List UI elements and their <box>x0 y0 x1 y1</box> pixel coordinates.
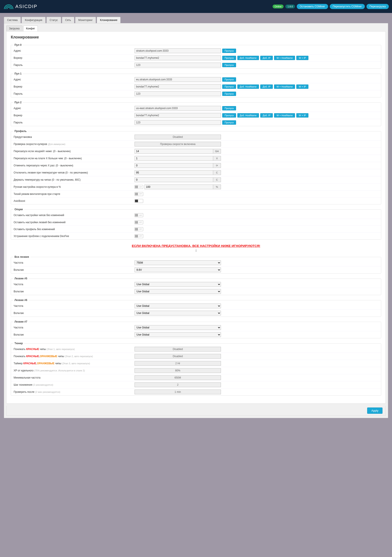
all-blades-legend: Все лезвия <box>13 255 30 258</box>
keep-chips-label: Оставить настройки чипов без изменений <box>14 214 135 217</box>
keep-blades-toggle[interactable]: OFF <box>135 220 143 224</box>
pool-1-row-1-input[interactable] <box>135 84 221 89</box>
pool-0-row-0-label: Адрес <box>14 49 135 52</box>
chip-temp-input[interactable] <box>135 177 213 182</box>
pool-1-row-2-btn-0[interactable]: Пропуск <box>222 92 236 96</box>
pool-2-row-1-btn-2[interactable]: Доб. IP <box>260 113 273 117</box>
pool-0-row-2-input[interactable] <box>135 63 221 67</box>
refresh-icon[interactable]: ⟳ <box>213 163 221 168</box>
pool-2-row-1-input[interactable] <box>135 113 221 118</box>
pool-1-row-0-input[interactable] <box>135 77 221 82</box>
blade-1-volt-select[interactable]: Use Global <box>135 311 221 315</box>
fancheck-value[interactable]: Проверка скорости включена <box>135 142 221 147</box>
pool-1-row-1-btn-4[interactable]: W + IP <box>296 84 308 89</box>
blade-2-freq-select[interactable]: Use Global <box>135 325 221 330</box>
options-legend: Опции <box>13 208 24 211</box>
warning-text: ЕСЛИ ВКЛЮЧЕНА ПРЕДУСТАНОВКА, ВСЕ НАСТРОЙ… <box>11 244 381 248</box>
pool-2-row-1-btn-3[interactable]: W + HostName <box>274 113 295 117</box>
all-blades-fieldset: Все лезвия Частота750M Вольтаж8.6V <box>11 255 381 274</box>
primary-tabs: СистемаКонфигурацияСтатусСетьМониторингК… <box>4 17 388 23</box>
primary-tab-4[interactable]: Мониторинг <box>75 17 96 23</box>
blade-0-freq-select[interactable]: Use Global <box>135 282 221 287</box>
primary-tab-0[interactable]: Система <box>4 17 21 23</box>
restart-x-label: Перезапуск если на плате X больше чем: (… <box>14 157 135 160</box>
cancel-restart-input[interactable] <box>135 163 213 168</box>
restart-x-input[interactable] <box>135 156 213 161</box>
tuner-fieldset: Тюнер Понижать КРАСНЫЕ чипы (Этап 1, авт… <box>11 342 381 396</box>
pool-2-legend: Пул 2 <box>13 101 23 104</box>
pool-1-row-2-input[interactable] <box>135 91 221 96</box>
tuner-step2-value[interactable]: Disabled <box>135 354 221 359</box>
primary-tab-1[interactable]: Конфигурация <box>22 17 46 23</box>
pool-0-row-0-input[interactable] <box>135 48 221 53</box>
pool-2-row-0-label: Адрес <box>14 107 135 110</box>
blade-off-input[interactable] <box>135 170 213 175</box>
blade-2-legend: Лезвие #7 <box>13 320 29 323</box>
secondary-tab-1[interactable]: Конфиг <box>23 25 38 31</box>
pool-0-row-1-btn-2[interactable]: Доб. IP <box>260 56 273 60</box>
primary-tab-3[interactable]: Сеть <box>62 17 74 23</box>
keep-profile-toggle[interactable]: OFF <box>135 227 143 231</box>
blade-1-fieldset: Лезвие #6ЧастотаUse GlobalВольтажUse Glo… <box>11 299 381 317</box>
fan-manual-toggle[interactable]: OFF <box>135 185 143 189</box>
tuner-step-value[interactable]: 2 <box>135 382 221 387</box>
chip-temp-label: Держать температуру на чипах (0 - по умо… <box>14 178 135 181</box>
tuner-timer-value[interactable]: 2 Hr <box>135 361 221 366</box>
blade-0-volt-label: Вольтаж <box>14 290 135 293</box>
tuner-check-value[interactable]: 1 min <box>135 390 221 394</box>
blade-2-freq-label: Частота <box>14 326 135 329</box>
tuner-step1-value[interactable]: Disabled <box>135 347 221 352</box>
pool-0-row-0-btn-0[interactable]: Пропуск <box>222 49 236 53</box>
all-freq-select[interactable]: 750M <box>135 260 221 265</box>
pool-2-row-2-input[interactable] <box>135 120 221 125</box>
pool-1-row-1-btn-0[interactable]: Пропуск <box>222 84 236 89</box>
pool-2-row-2-btn-0[interactable]: Пропуск <box>222 120 236 125</box>
tuner-hr-value[interactable]: 80% <box>135 368 221 373</box>
reboot-button[interactable]: Перезагрузка <box>367 4 389 9</box>
restart-cgminer-button[interactable]: Перезапустить CGMiner <box>330 4 365 9</box>
restart-hash-input[interactable] <box>135 149 213 154</box>
primary-tab-2[interactable]: Статус <box>46 17 61 23</box>
fan-manual-input[interactable] <box>145 185 213 189</box>
quiet-fan-toggle[interactable]: OFF <box>135 192 143 196</box>
primary-tab-5[interactable]: Клонирование <box>97 17 121 23</box>
fan-manual-label: Ручная настройка скорости кулера в % <box>14 185 135 188</box>
pool-1-row-0-label: Адрес <box>14 78 135 81</box>
tuner-minfreq-value[interactable]: 650M <box>135 375 221 380</box>
pool-2-row-1-btn-1[interactable]: Доб. HostName <box>237 113 259 117</box>
pool-2-row-1-btn-0[interactable]: Пропуск <box>222 113 236 117</box>
blade-0-fieldset: Лезвие #5ЧастотаUse GlobalВольтажUse Glo… <box>11 277 381 295</box>
pool-2-row-0-btn-0[interactable]: Пропуск <box>222 106 236 110</box>
blade-1-freq-select[interactable]: Use Global <box>135 303 221 308</box>
logo-icon <box>3 3 14 9</box>
blade-0-freq-label: Частота <box>14 283 135 286</box>
keep-chips-toggle[interactable]: OFF <box>135 213 143 217</box>
all-volt-select[interactable]: 8.6V <box>135 268 221 272</box>
logo: ASICDIP <box>3 3 37 9</box>
topbar-right: Online 1.8.0 Остановить CGMiner Перезапу… <box>273 4 389 9</box>
apply-button[interactable]: Apply <box>367 408 383 414</box>
pool-1-row-1-btn-2[interactable]: Доб. IP <box>260 84 273 89</box>
pool-0-row-1-btn-0[interactable]: Пропуск <box>222 56 236 60</box>
devfee-toggle[interactable]: OFF <box>135 234 143 238</box>
stop-cgminer-button[interactable]: Остановить CGMiner <box>297 4 328 9</box>
fan-manual-unit: % <box>213 185 221 189</box>
secondary-tab-0[interactable]: Загрузка <box>6 25 23 31</box>
pool-1-row-0-btn-0[interactable]: Пропуск <box>222 77 236 82</box>
pool-0-row-1-btn-3[interactable]: W + HostName <box>274 56 295 60</box>
pool-0-row-1-btn-4[interactable]: W + IP <box>296 56 308 60</box>
pool-2-row-0-input[interactable] <box>135 106 221 111</box>
pool-0-row-1-btn-1[interactable]: Доб. HostName <box>237 56 259 60</box>
pool-0-row-1-input[interactable] <box>135 56 221 60</box>
panel: ЗагрузкаКонфиг Клонирование Пул 0АдресПр… <box>4 23 388 418</box>
blade-2-volt-select[interactable]: Use Global <box>135 332 221 337</box>
preset-value[interactable]: Disabled <box>135 135 221 139</box>
restart-hash-label: Перезапуск если хешрейт ниже: (0 - выклю… <box>14 150 135 153</box>
restart-x-unit: X <box>213 156 221 161</box>
asicboost-toggle[interactable]: ON <box>135 199 143 203</box>
pool-2-row-1-btn-4[interactable]: W + IP <box>296 113 308 117</box>
pool-0-row-2-btn-0[interactable]: Пропуск <box>222 63 236 67</box>
pool-1-row-1-btn-1[interactable]: Доб. HostName <box>237 84 259 89</box>
blade-0-volt-select[interactable]: Use Global <box>135 289 221 294</box>
pool-1-row-1-btn-3[interactable]: W + HostName <box>274 84 295 89</box>
